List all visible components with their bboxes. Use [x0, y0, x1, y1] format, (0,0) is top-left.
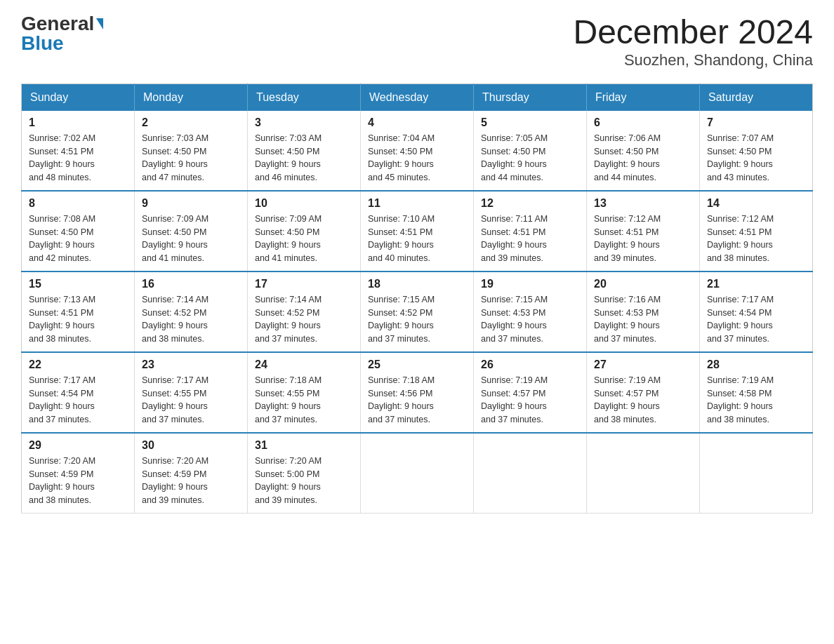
calendar-day-cell: 31 Sunrise: 7:20 AM Sunset: 5:00 PM Dayl…	[248, 433, 361, 514]
sunrise-label: Sunrise: 7:20 AM	[142, 456, 208, 466]
daylight-label: Daylight: 9 hours	[142, 482, 208, 492]
day-number: 10	[255, 197, 353, 210]
day-info: Sunrise: 7:20 AM Sunset: 4:59 PM Dayligh…	[142, 455, 240, 507]
sunset-label: Sunset: 4:51 PM	[29, 147, 93, 156]
daylight-minutes: and 45 minutes.	[368, 173, 430, 182]
daylight-label: Daylight: 9 hours	[481, 159, 547, 169]
daylight-label: Daylight: 9 hours	[481, 321, 547, 330]
logo: General Blue	[21, 14, 103, 53]
calendar-day-cell: 23 Sunrise: 7:17 AM Sunset: 4:55 PM Dayl…	[135, 352, 248, 433]
daylight-minutes: and 39 minutes.	[142, 495, 204, 505]
sunrise-label: Sunrise: 7:17 AM	[142, 375, 208, 385]
sunset-label: Sunset: 4:58 PM	[707, 389, 772, 398]
day-info: Sunrise: 7:11 AM Sunset: 4:51 PM Dayligh…	[481, 213, 579, 265]
day-number: 14	[707, 197, 805, 210]
day-number: 8	[29, 197, 127, 210]
day-info: Sunrise: 7:02 AM Sunset: 4:51 PM Dayligh…	[29, 132, 127, 185]
sunset-label: Sunset: 4:55 PM	[142, 389, 206, 398]
sunset-label: Sunset: 4:54 PM	[707, 308, 772, 318]
calendar-day-cell: 27 Sunrise: 7:19 AM Sunset: 4:57 PM Dayl…	[587, 352, 700, 433]
sunrise-label: Sunrise: 7:05 AM	[481, 133, 548, 143]
calendar-day-cell: 25 Sunrise: 7:18 AM Sunset: 4:56 PM Dayl…	[361, 352, 474, 433]
day-info: Sunrise: 7:10 AM Sunset: 4:51 PM Dayligh…	[368, 213, 466, 265]
day-header-sunday: Sunday	[22, 83, 135, 111]
day-number: 4	[368, 116, 466, 129]
day-header-wednesday: Wednesday	[361, 83, 474, 111]
day-number: 28	[707, 358, 805, 371]
sunrise-label: Sunrise: 7:08 AM	[29, 214, 95, 224]
daylight-minutes: and 37 minutes.	[29, 415, 91, 424]
daylight-label: Daylight: 9 hours	[594, 159, 660, 169]
day-header-thursday: Thursday	[474, 83, 587, 111]
daylight-minutes: and 48 minutes.	[29, 173, 91, 182]
daylight-label: Daylight: 9 hours	[707, 401, 773, 411]
daylight-minutes: and 37 minutes.	[707, 334, 769, 344]
calendar-day-cell: 9 Sunrise: 7:09 AM Sunset: 4:50 PM Dayli…	[135, 191, 248, 271]
daylight-minutes: and 38 minutes.	[707, 253, 769, 263]
day-info: Sunrise: 7:14 AM Sunset: 4:52 PM Dayligh…	[142, 293, 240, 346]
day-number: 12	[481, 197, 579, 210]
day-number: 1	[29, 116, 127, 129]
day-number: 24	[255, 358, 353, 371]
day-info: Sunrise: 7:20 AM Sunset: 5:00 PM Dayligh…	[255, 455, 353, 507]
day-number: 9	[142, 197, 240, 210]
day-info: Sunrise: 7:07 AM Sunset: 4:50 PM Dayligh…	[707, 132, 805, 185]
calendar-day-cell: 24 Sunrise: 7:18 AM Sunset: 4:55 PM Dayl…	[248, 352, 361, 433]
sunrise-label: Sunrise: 7:13 AM	[29, 295, 95, 304]
sunset-label: Sunset: 4:51 PM	[594, 227, 658, 237]
day-info: Sunrise: 7:17 AM Sunset: 4:54 PM Dayligh…	[707, 293, 805, 346]
daylight-label: Daylight: 9 hours	[29, 159, 95, 169]
sunset-label: Sunset: 4:54 PM	[29, 389, 93, 398]
calendar-day-cell: 8 Sunrise: 7:08 AM Sunset: 4:50 PM Dayli…	[22, 191, 135, 271]
day-info: Sunrise: 7:12 AM Sunset: 4:51 PM Dayligh…	[594, 213, 692, 265]
sunrise-label: Sunrise: 7:16 AM	[594, 295, 661, 304]
month-title: December 2024	[573, 14, 813, 51]
day-header-saturday: Saturday	[700, 83, 813, 111]
day-number: 20	[594, 278, 692, 290]
day-number: 19	[481, 278, 579, 290]
daylight-minutes: and 37 minutes.	[255, 415, 317, 424]
logo-general-text: General	[21, 14, 94, 34]
sunrise-label: Sunrise: 7:11 AM	[481, 214, 548, 224]
sunrise-label: Sunrise: 7:14 AM	[255, 295, 322, 304]
day-number: 15	[29, 278, 127, 290]
day-info: Sunrise: 7:05 AM Sunset: 4:50 PM Dayligh…	[481, 132, 579, 185]
daylight-minutes: and 37 minutes.	[368, 334, 430, 344]
day-info: Sunrise: 7:17 AM Sunset: 4:55 PM Dayligh…	[142, 374, 240, 427]
calendar-header-row: SundayMondayTuesdayWednesdayThursdayFrid…	[22, 83, 813, 111]
sunset-label: Sunset: 4:57 PM	[481, 389, 545, 398]
calendar-day-cell: 19 Sunrise: 7:15 AM Sunset: 4:53 PM Dayl…	[474, 271, 587, 352]
day-info: Sunrise: 7:15 AM Sunset: 4:53 PM Dayligh…	[481, 293, 579, 346]
calendar-day-cell: 7 Sunrise: 7:07 AM Sunset: 4:50 PM Dayli…	[700, 111, 813, 191]
sunrise-label: Sunrise: 7:03 AM	[255, 133, 322, 143]
sunrise-label: Sunrise: 7:17 AM	[29, 375, 95, 385]
daylight-label: Daylight: 9 hours	[29, 401, 95, 411]
sunset-label: Sunset: 4:53 PM	[594, 308, 658, 318]
day-info: Sunrise: 7:03 AM Sunset: 4:50 PM Dayligh…	[142, 132, 240, 185]
sunset-label: Sunset: 4:59 PM	[29, 469, 93, 479]
sunrise-label: Sunrise: 7:06 AM	[594, 133, 661, 143]
daylight-label: Daylight: 9 hours	[142, 159, 208, 169]
day-number: 7	[707, 116, 805, 129]
calendar-day-cell	[474, 433, 587, 514]
calendar-day-cell	[587, 433, 700, 514]
daylight-minutes: and 42 minutes.	[29, 253, 91, 263]
daylight-label: Daylight: 9 hours	[142, 321, 208, 330]
calendar-day-cell: 18 Sunrise: 7:15 AM Sunset: 4:52 PM Dayl…	[361, 271, 474, 352]
sunrise-label: Sunrise: 7:18 AM	[255, 375, 322, 385]
day-info: Sunrise: 7:17 AM Sunset: 4:54 PM Dayligh…	[29, 374, 127, 427]
sunset-label: Sunset: 4:50 PM	[142, 227, 206, 237]
day-number: 25	[368, 358, 466, 371]
daylight-label: Daylight: 9 hours	[255, 321, 321, 330]
sunrise-label: Sunrise: 7:19 AM	[481, 375, 548, 385]
sunset-label: Sunset: 4:50 PM	[594, 147, 658, 156]
sunrise-label: Sunrise: 7:18 AM	[368, 375, 435, 385]
calendar-day-cell: 2 Sunrise: 7:03 AM Sunset: 4:50 PM Dayli…	[135, 111, 248, 191]
day-number: 13	[594, 197, 692, 210]
sunset-label: Sunset: 4:57 PM	[594, 389, 658, 398]
sunrise-label: Sunrise: 7:03 AM	[142, 133, 208, 143]
day-number: 3	[255, 116, 353, 129]
day-info: Sunrise: 7:04 AM Sunset: 4:50 PM Dayligh…	[368, 132, 466, 185]
day-number: 18	[368, 278, 466, 290]
day-info: Sunrise: 7:13 AM Sunset: 4:51 PM Dayligh…	[29, 293, 127, 346]
